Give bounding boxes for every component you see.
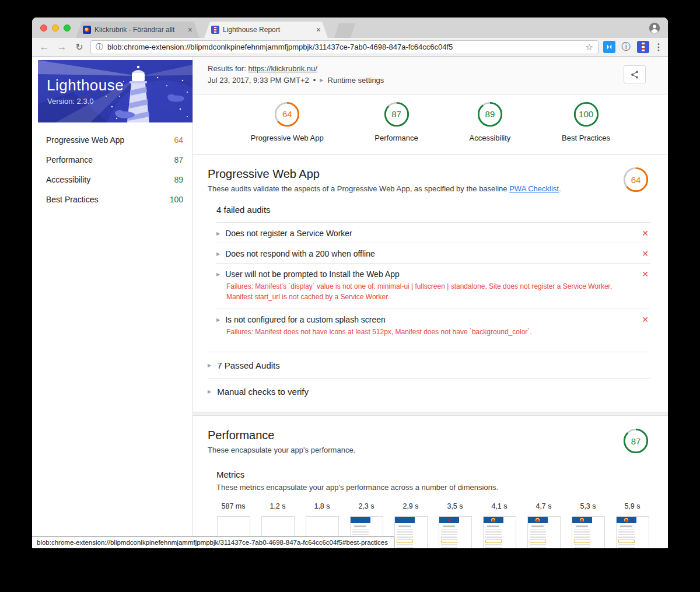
- site-logo-icon: [624, 518, 628, 522]
- filmstrip-frame: 4,7 s: [527, 502, 561, 548]
- site-url-link[interactable]: https://klickrubrik.nu/: [248, 64, 317, 73]
- sidebar-item-progressive-web-app[interactable]: Progressive Web App 64: [32, 130, 192, 150]
- score-block-accessibility[interactable]: 89 Accessibility: [470, 101, 511, 142]
- report-main: Results for: https://klickrubrik.nu/ Jul…: [192, 57, 668, 548]
- new-tab-button[interactable]: [334, 23, 355, 38]
- frame-thumbnail: [616, 516, 649, 548]
- section-title: Performance: [208, 429, 650, 442]
- frame-timestamp: 1,2 s: [270, 502, 285, 510]
- sidebar-score: 100: [170, 195, 183, 204]
- lighthouse-extension-icon[interactable]: [637, 41, 649, 53]
- filmstrip-frame: 4,1 s: [482, 502, 516, 548]
- expand-icon[interactable]: ▶: [216, 317, 220, 323]
- passed-audits-toggle[interactable]: ▶ 7 Passed Audits: [208, 352, 650, 379]
- runtime-settings-toggle[interactable]: Runtime settings: [328, 76, 384, 85]
- section-title: Progressive Web App: [208, 167, 650, 181]
- extension-info-icon[interactable]: ⓘ: [620, 41, 632, 53]
- section-description: These encapsulate your app's performance…: [208, 446, 581, 454]
- audit-row-service-worker[interactable]: ▶ Does not register a Service Worker ✕: [216, 222, 650, 243]
- section-progressive-web-app: Progressive Web App These audits validat…: [193, 155, 668, 412]
- results-for-line: Results for: https://klickrubrik.nu/: [208, 64, 668, 73]
- score-summary: 64 Progressive Web App 87 Performance: [193, 94, 668, 155]
- lighthouse-favicon-icon: [211, 26, 219, 34]
- app-version: Version: 2.3.0: [47, 97, 94, 106]
- tab-close-icon[interactable]: ×: [315, 25, 322, 34]
- klickrubrik-favicon-icon: [83, 26, 91, 34]
- frame-thumbnail: [572, 516, 605, 548]
- score-block-best-practices[interactable]: 100 Best Practices: [562, 101, 610, 142]
- report-timestamp: Jul 23, 2017, 9:33 PM GMT+2: [208, 76, 309, 85]
- filmstrip-frame: 2,9 s: [394, 502, 428, 548]
- section-score-gauge: 87: [622, 428, 649, 454]
- close-window-button[interactable]: [40, 24, 47, 31]
- sidebar-item-accessibility[interactable]: Accessibility 89: [32, 170, 192, 190]
- lighthouse-banner: Lighthouse Version: 2.3.0: [38, 60, 192, 122]
- tab-title: Lighthouse Report: [223, 26, 312, 34]
- profile-avatar-icon[interactable]: [648, 22, 661, 34]
- frame-timestamp: 587 ms: [222, 502, 246, 510]
- frame-timestamp: 1,8 s: [314, 502, 330, 510]
- failed-audits-group: 4 failed audits ▶ Does not register a Se…: [216, 205, 650, 344]
- forward-icon[interactable]: →: [55, 41, 68, 53]
- tab-klickrubrik[interactable]: Klickrubrik - Förändrar allt ×: [76, 22, 200, 38]
- page-info-icon[interactable]: ⓘ: [96, 42, 103, 52]
- pwa-checklist-link[interactable]: PWA Checklist: [509, 184, 559, 193]
- zoom-window-button[interactable]: [64, 24, 71, 31]
- audit-row-install-prompt[interactable]: ▶ User will not be prompted to Install t…: [216, 263, 650, 309]
- lighthouse-report-page: Lighthouse Version: 2.3.0 Progressive We…: [32, 57, 668, 548]
- sidebar-item-best-practices[interactable]: Best Practices 100: [32, 190, 192, 209]
- audit-row-splash-screen[interactable]: ▶ Is not configured for a custom splash …: [216, 309, 650, 344]
- site-logo-icon: [580, 518, 584, 522]
- score-gauge: 87: [383, 101, 410, 128]
- app-title: Lighthouse: [47, 76, 124, 94]
- tab-close-icon[interactable]: ×: [187, 25, 194, 34]
- score-gauge: 100: [573, 101, 600, 128]
- url-text: blob:chrome-extension://blipmdconlkpinef…: [107, 43, 582, 51]
- report-meta-line: Jul 23, 2017, 9:33 PM GMT+2 • ▶ Runtime …: [208, 76, 668, 85]
- sidebar-item-performance[interactable]: Performance 87: [32, 150, 192, 170]
- share-icon: [630, 70, 639, 79]
- metrics-description: These metrics encapsulate your app's per…: [216, 483, 650, 492]
- frame-timestamp: 3,5 s: [447, 502, 463, 510]
- expand-icon[interactable]: ▶: [216, 251, 220, 257]
- score-gauge: 89: [477, 101, 503, 128]
- status-bar: blob:chrome-extension://blipmdconlkpinef…: [32, 536, 394, 548]
- fail-x-icon: ✕: [642, 229, 649, 238]
- expand-icon: ▶: [208, 363, 211, 368]
- window-controls: [40, 24, 71, 31]
- frame-thumbnail: [483, 516, 516, 548]
- audit-row-offline-200[interactable]: ▶ Does not respond with a 200 when offli…: [216, 243, 650, 263]
- audit-failure-text: Failures: Manifest does not have icons a…: [226, 327, 614, 337]
- score-gauge: 64: [274, 101, 300, 128]
- score-block-pwa[interactable]: 64 Progressive Web App: [251, 101, 324, 142]
- section-description: These audits validate the aspects of a P…: [208, 184, 581, 193]
- back-icon[interactable]: ←: [38, 41, 51, 53]
- sidebar-score: 64: [174, 135, 183, 145]
- manual-checks-toggle[interactable]: ▶ Manual checks to verify: [208, 378, 650, 405]
- bookmark-star-icon[interactable]: ☆: [586, 42, 593, 52]
- browser-menu-icon[interactable]: ⋮: [654, 41, 662, 52]
- site-logo-icon: [491, 518, 495, 522]
- separator-dot: •: [313, 76, 316, 85]
- score-block-performance[interactable]: 87 Performance: [374, 101, 418, 142]
- filmstrip-frame: 5,9 s: [615, 502, 649, 548]
- frame-timestamp: 2,3 s: [358, 502, 374, 510]
- export-report-button[interactable]: [624, 65, 646, 83]
- reload-icon[interactable]: ↻: [73, 41, 86, 52]
- fail-x-icon: ✕: [642, 249, 649, 258]
- failed-audits-header: 4 failed audits: [216, 205, 650, 215]
- chevron-right-icon[interactable]: ▶: [320, 78, 323, 83]
- report-sidebar: Lighthouse Version: 2.3.0 Progressive We…: [32, 57, 192, 548]
- expand-icon[interactable]: ▶: [216, 231, 220, 236]
- sidebar-score: 89: [174, 175, 183, 184]
- url-bar[interactable]: ⓘ blob:chrome-extension://blipmdconlkpin…: [90, 40, 598, 54]
- minimize-window-button[interactable]: [52, 24, 59, 31]
- expand-icon[interactable]: ▶: [216, 272, 220, 277]
- browser-toolbar: ← → ↻ ⓘ blob:chrome-extension://blipmdco…: [32, 38, 668, 57]
- extension-bowtie-icon[interactable]: [603, 41, 615, 53]
- report-header: Results for: https://klickrubrik.nu/ Jul…: [193, 57, 668, 94]
- tab-bar: Klickrubrik - Förändrar allt × Lighthous…: [32, 17, 668, 38]
- frame-thumbnail: [439, 516, 472, 548]
- tab-lighthouse-report[interactable]: Lighthouse Report ×: [204, 22, 328, 38]
- frame-timestamp: 5,9 s: [624, 502, 640, 510]
